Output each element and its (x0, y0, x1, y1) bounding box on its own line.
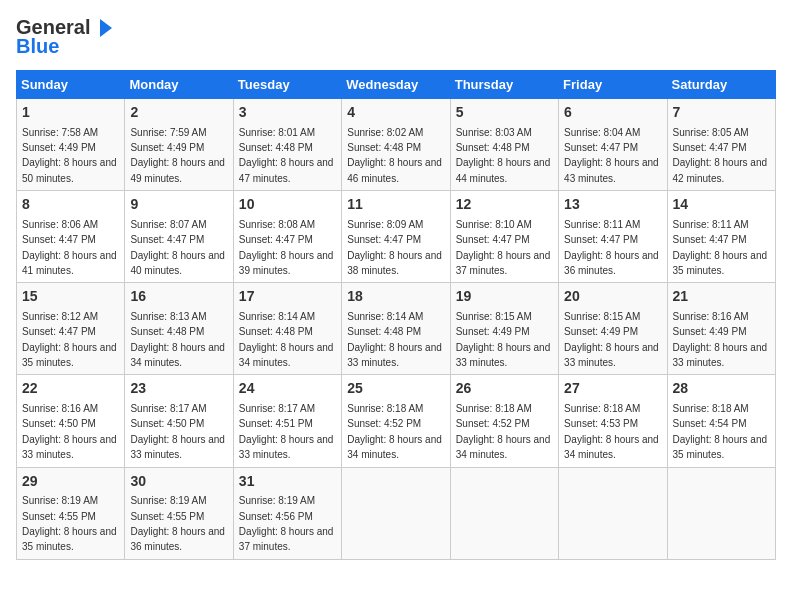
calendar-cell: 25Sunrise: 8:18 AMSunset: 4:52 PMDayligh… (342, 375, 450, 467)
sunrise-text: Sunrise: 8:12 AM (22, 311, 98, 322)
sunset-text: Sunset: 4:49 PM (564, 326, 638, 337)
sunset-text: Sunset: 4:47 PM (456, 234, 530, 245)
sunrise-text: Sunrise: 8:07 AM (130, 219, 206, 230)
daylight-text: Daylight: 8 hours and 35 minutes. (22, 526, 117, 552)
day-number: 27 (564, 379, 661, 399)
daylight-text: Daylight: 8 hours and 34 minutes. (130, 342, 225, 368)
sunrise-text: Sunrise: 8:01 AM (239, 127, 315, 138)
day-number: 17 (239, 287, 336, 307)
calendar-cell: 9Sunrise: 8:07 AMSunset: 4:47 PMDaylight… (125, 191, 233, 283)
calendar-cell: 14Sunrise: 8:11 AMSunset: 4:47 PMDayligh… (667, 191, 775, 283)
sunset-text: Sunset: 4:52 PM (347, 418, 421, 429)
daylight-text: Daylight: 8 hours and 36 minutes. (564, 250, 659, 276)
day-number: 25 (347, 379, 444, 399)
sunset-text: Sunset: 4:47 PM (564, 142, 638, 153)
sunset-text: Sunset: 4:53 PM (564, 418, 638, 429)
day-number: 21 (673, 287, 770, 307)
sunset-text: Sunset: 4:48 PM (347, 142, 421, 153)
sunset-text: Sunset: 4:49 PM (673, 326, 747, 337)
sunset-text: Sunset: 4:47 PM (347, 234, 421, 245)
calendar-cell: 1Sunrise: 7:58 AMSunset: 4:49 PMDaylight… (17, 99, 125, 191)
calendar-cell: 29Sunrise: 8:19 AMSunset: 4:55 PMDayligh… (17, 467, 125, 559)
daylight-text: Daylight: 8 hours and 34 minutes. (347, 434, 442, 460)
sunrise-text: Sunrise: 8:14 AM (239, 311, 315, 322)
calendar-cell: 10Sunrise: 8:08 AMSunset: 4:47 PMDayligh… (233, 191, 341, 283)
daylight-text: Daylight: 8 hours and 36 minutes. (130, 526, 225, 552)
sunrise-text: Sunrise: 8:09 AM (347, 219, 423, 230)
svg-marker-0 (100, 19, 112, 37)
day-number: 18 (347, 287, 444, 307)
sunset-text: Sunset: 4:54 PM (673, 418, 747, 429)
day-number: 14 (673, 195, 770, 215)
daylight-text: Daylight: 8 hours and 40 minutes. (130, 250, 225, 276)
dow-sunday: Sunday (17, 71, 125, 99)
day-number: 4 (347, 103, 444, 123)
calendar-cell: 16Sunrise: 8:13 AMSunset: 4:48 PMDayligh… (125, 283, 233, 375)
sunrise-text: Sunrise: 8:11 AM (673, 219, 749, 230)
sunset-text: Sunset: 4:49 PM (456, 326, 530, 337)
day-number: 2 (130, 103, 227, 123)
day-number: 31 (239, 472, 336, 492)
sunset-text: Sunset: 4:49 PM (130, 142, 204, 153)
day-number: 7 (673, 103, 770, 123)
sunrise-text: Sunrise: 8:15 AM (564, 311, 640, 322)
sunset-text: Sunset: 4:47 PM (130, 234, 204, 245)
calendar-cell (667, 467, 775, 559)
calendar-cell: 28Sunrise: 8:18 AMSunset: 4:54 PMDayligh… (667, 375, 775, 467)
sunrise-text: Sunrise: 8:15 AM (456, 311, 532, 322)
calendar-cell: 20Sunrise: 8:15 AMSunset: 4:49 PMDayligh… (559, 283, 667, 375)
daylight-text: Daylight: 8 hours and 33 minutes. (22, 434, 117, 460)
day-number: 1 (22, 103, 119, 123)
sunrise-text: Sunrise: 8:19 AM (22, 495, 98, 506)
day-number: 30 (130, 472, 227, 492)
sunrise-text: Sunrise: 8:11 AM (564, 219, 640, 230)
sunset-text: Sunset: 4:48 PM (130, 326, 204, 337)
daylight-text: Daylight: 8 hours and 37 minutes. (456, 250, 551, 276)
sunrise-text: Sunrise: 8:18 AM (456, 403, 532, 414)
sunset-text: Sunset: 4:48 PM (456, 142, 530, 153)
sunrise-text: Sunrise: 8:04 AM (564, 127, 640, 138)
calendar-cell: 19Sunrise: 8:15 AMSunset: 4:49 PMDayligh… (450, 283, 558, 375)
sunrise-text: Sunrise: 8:08 AM (239, 219, 315, 230)
day-number: 24 (239, 379, 336, 399)
dow-saturday: Saturday (667, 71, 775, 99)
calendar-cell: 2Sunrise: 7:59 AMSunset: 4:49 PMDaylight… (125, 99, 233, 191)
day-number: 22 (22, 379, 119, 399)
sunset-text: Sunset: 4:47 PM (673, 142, 747, 153)
day-number: 13 (564, 195, 661, 215)
calendar-cell (342, 467, 450, 559)
daylight-text: Daylight: 8 hours and 50 minutes. (22, 157, 117, 183)
dow-monday: Monday (125, 71, 233, 99)
sunset-text: Sunset: 4:47 PM (673, 234, 747, 245)
sunset-text: Sunset: 4:49 PM (22, 142, 96, 153)
sunrise-text: Sunrise: 8:18 AM (673, 403, 749, 414)
sunrise-text: Sunrise: 8:18 AM (347, 403, 423, 414)
logo: General Blue (16, 16, 114, 58)
calendar-cell (450, 467, 558, 559)
sunrise-text: Sunrise: 8:10 AM (456, 219, 532, 230)
day-number: 5 (456, 103, 553, 123)
logo-arrow-icon (92, 17, 114, 39)
page-header: General Blue (16, 16, 776, 58)
sunrise-text: Sunrise: 8:03 AM (456, 127, 532, 138)
day-number: 23 (130, 379, 227, 399)
day-number: 6 (564, 103, 661, 123)
sunset-text: Sunset: 4:55 PM (130, 511, 204, 522)
day-number: 15 (22, 287, 119, 307)
daylight-text: Daylight: 8 hours and 42 minutes. (673, 157, 768, 183)
calendar-cell: 21Sunrise: 8:16 AMSunset: 4:49 PMDayligh… (667, 283, 775, 375)
daylight-text: Daylight: 8 hours and 35 minutes. (673, 434, 768, 460)
day-number: 16 (130, 287, 227, 307)
sunrise-text: Sunrise: 7:58 AM (22, 127, 98, 138)
calendar-cell: 11Sunrise: 8:09 AMSunset: 4:47 PMDayligh… (342, 191, 450, 283)
calendar-cell: 23Sunrise: 8:17 AMSunset: 4:50 PMDayligh… (125, 375, 233, 467)
sunset-text: Sunset: 4:50 PM (22, 418, 96, 429)
sunset-text: Sunset: 4:47 PM (22, 234, 96, 245)
day-number: 12 (456, 195, 553, 215)
sunset-text: Sunset: 4:47 PM (239, 234, 313, 245)
sunrise-text: Sunrise: 8:17 AM (130, 403, 206, 414)
sunset-text: Sunset: 4:48 PM (239, 326, 313, 337)
sunset-text: Sunset: 4:48 PM (347, 326, 421, 337)
dow-tuesday: Tuesday (233, 71, 341, 99)
sunset-text: Sunset: 4:55 PM (22, 511, 96, 522)
